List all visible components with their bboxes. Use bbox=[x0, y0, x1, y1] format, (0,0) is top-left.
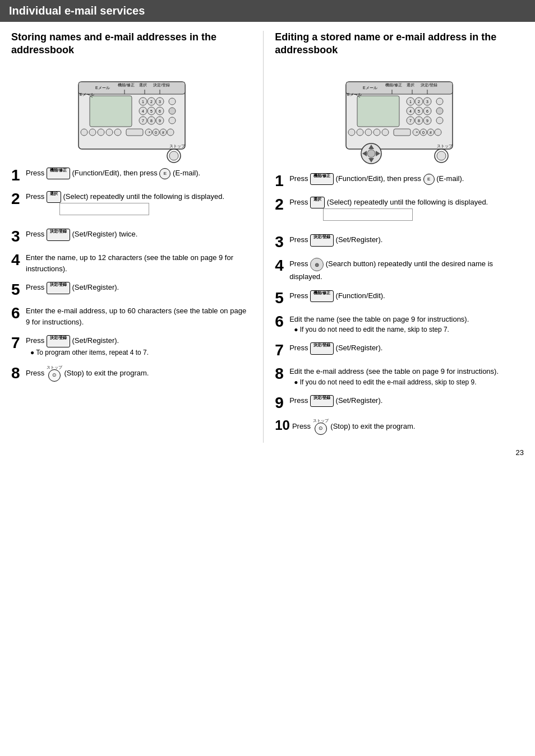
set-btn-l5: 決定/登録 bbox=[47, 282, 70, 294]
svg-text:5: 5 bbox=[150, 109, 153, 113]
stop-btn-l8: ストップ ⊙ bbox=[47, 365, 62, 382]
select-btn-r2: 選択 bbox=[310, 197, 325, 209]
left-column: Storing names and e-mail addresses in th… bbox=[11, 31, 264, 443]
svg-point-80 bbox=[348, 129, 355, 136]
svg-text:機能/修正: 機能/修正 bbox=[118, 83, 135, 87]
svg-text:2: 2 bbox=[418, 100, 420, 104]
svg-point-30 bbox=[169, 117, 176, 124]
svg-text:3: 3 bbox=[426, 100, 428, 104]
svg-text:選択: 選択 bbox=[139, 83, 147, 87]
set-btn-r9: 決定/登録 bbox=[310, 395, 334, 407]
svg-rect-36 bbox=[126, 129, 143, 136]
right-column: Editing a stored name or e-mail address … bbox=[264, 31, 524, 443]
left-step-7: 7 Press 決定/登録 (Set/Register). ● To progr… bbox=[11, 335, 252, 358]
svg-text:0: 0 bbox=[155, 131, 157, 134]
svg-text:9: 9 bbox=[426, 119, 428, 123]
svg-text:4: 4 bbox=[142, 109, 144, 113]
svg-point-16 bbox=[169, 98, 176, 105]
stop-btn-r10: ストップ ⊙ bbox=[313, 419, 329, 435]
svg-text:2: 2 bbox=[150, 100, 153, 104]
header-title: Individual e-mail services bbox=[9, 4, 145, 17]
svg-text:6: 6 bbox=[426, 109, 428, 113]
svg-point-92 bbox=[435, 129, 441, 136]
left-step-3: 3 Press 決定/登録 (Set/Register) twice. bbox=[11, 229, 252, 244]
set-btn-r7: 決定/登録 bbox=[310, 342, 334, 355]
func-btn-r5: 機能/修正 bbox=[310, 290, 334, 303]
svg-rect-9 bbox=[90, 96, 132, 127]
svg-text:機能/修正: 機能/修正 bbox=[385, 83, 402, 87]
page-number: 23 bbox=[0, 443, 535, 462]
display-box-r2 bbox=[323, 208, 413, 221]
right-step-7: 7 Press 決定/登録 (Set/Register). bbox=[275, 342, 524, 358]
device-illustration-right: Eメール 機能/修正 選択 決定/登録 1 2 3 4 bbox=[275, 65, 524, 169]
svg-text:5: 5 bbox=[418, 109, 420, 113]
right-step-1: 1 Press 機能/修正 (Function/Edit), then pres… bbox=[275, 173, 524, 189]
left-step-7-bullet: ● To program other items, repeat 4 to 7. bbox=[30, 347, 252, 358]
svg-point-83 bbox=[373, 129, 380, 136]
svg-point-81 bbox=[357, 129, 363, 136]
svg-point-72 bbox=[436, 108, 443, 114]
svg-text:6: 6 bbox=[159, 109, 161, 113]
set-btn-r3: 決定/登録 bbox=[310, 234, 334, 247]
svg-point-79 bbox=[436, 117, 443, 124]
svg-text:8: 8 bbox=[150, 119, 153, 123]
svg-rect-58 bbox=[357, 96, 399, 127]
svg-point-46 bbox=[169, 151, 178, 160]
svg-text:ストップ: ストップ bbox=[437, 144, 453, 148]
right-step-3: 3 Press 決定/登録 (Set/Register). bbox=[275, 234, 524, 250]
svg-point-43 bbox=[167, 129, 174, 136]
svg-text:＊: ＊ bbox=[415, 131, 419, 134]
svg-text:3: 3 bbox=[159, 100, 161, 104]
svg-text:決定/登録: 決定/登録 bbox=[421, 83, 437, 87]
svg-text:0: 0 bbox=[422, 131, 425, 134]
svg-point-31 bbox=[81, 129, 87, 136]
svg-point-35 bbox=[114, 129, 121, 136]
svg-text:1: 1 bbox=[409, 100, 412, 104]
device-illustration-left: Eメール 機能/修正 選択 決定/登録 1 2 3 4 bbox=[11, 65, 252, 163]
svg-text:4: 4 bbox=[409, 109, 412, 113]
right-step-2: 2 Press 選択 (Select) repeatedly until the… bbox=[275, 197, 524, 227]
func-edit-btn-r1: 機能/修正 bbox=[310, 173, 334, 185]
set-btn-l3: 決定/登録 bbox=[47, 229, 70, 241]
left-step-4: 4 Enter the name, up to 12 characters (s… bbox=[11, 252, 252, 274]
email-btn-r1: E bbox=[423, 174, 435, 185]
svg-text:7: 7 bbox=[409, 119, 412, 123]
svg-rect-85 bbox=[394, 129, 411, 136]
email-btn-l1: E bbox=[159, 168, 170, 179]
left-step-2: 2 Press 選択 (Select) repeatedly until the… bbox=[11, 191, 252, 221]
svg-text:Eメール: Eメール bbox=[347, 92, 362, 96]
select-btn-l2: 選択 bbox=[47, 191, 61, 203]
left-step-6: 6 Enter the e-mail address, up to 60 cha… bbox=[11, 305, 252, 327]
svg-text:1: 1 bbox=[142, 100, 144, 104]
svg-text:Eメール: Eメール bbox=[95, 86, 110, 90]
right-step-4: 4 Press ⊕ (Search button) repeatedly unt… bbox=[275, 258, 524, 282]
right-step-8: 8 Edit the e-mail address (see the table… bbox=[275, 366, 524, 387]
svg-point-23 bbox=[169, 108, 176, 114]
svg-point-84 bbox=[382, 129, 389, 136]
svg-text:8: 8 bbox=[418, 119, 420, 123]
left-step-8: 8 Press ストップ ⊙ (Stop) to exit the progra… bbox=[11, 365, 252, 382]
right-step-10: 10 Press ストップ ⊙ (Stop) to exit the progr… bbox=[275, 419, 524, 435]
search-btn-r4: ⊕ bbox=[310, 258, 324, 271]
svg-text:7: 7 bbox=[142, 119, 144, 123]
left-section-title: Storing names and e-mail addresses in th… bbox=[11, 31, 252, 57]
svg-text:ストップ: ストップ bbox=[169, 144, 186, 148]
right-step-8-bullet: ● If you do not need to edit the e-mail … bbox=[294, 377, 524, 387]
right-step-6: 6 Edit the name (see the table on page 9… bbox=[275, 314, 524, 335]
svg-text:Eメール: Eメール bbox=[363, 86, 377, 90]
svg-point-65 bbox=[436, 98, 443, 105]
right-section-title: Editing a stored name or e-mail address … bbox=[275, 31, 524, 57]
svg-text:#: # bbox=[430, 131, 432, 134]
page-header: Individual e-mail services bbox=[0, 0, 535, 22]
left-step-5: 5 Press 決定/登録 (Set/Register). bbox=[11, 282, 252, 298]
svg-point-101 bbox=[437, 151, 446, 160]
svg-text:Eメール: Eメール bbox=[80, 92, 94, 96]
svg-point-98 bbox=[367, 150, 375, 157]
svg-point-32 bbox=[89, 129, 96, 136]
svg-text:9: 9 bbox=[159, 119, 161, 123]
svg-text:#: # bbox=[162, 131, 164, 134]
right-step-5: 5 Press 機能/修正 (Function/Edit). bbox=[275, 290, 524, 306]
right-step-9: 9 Press 決定/登録 (Set/Register). bbox=[275, 395, 524, 411]
left-step-1: 1 Press 機能/修正 (Function/Edit), then pres… bbox=[11, 168, 252, 183]
svg-text:決定/登録: 決定/登録 bbox=[153, 83, 170, 87]
